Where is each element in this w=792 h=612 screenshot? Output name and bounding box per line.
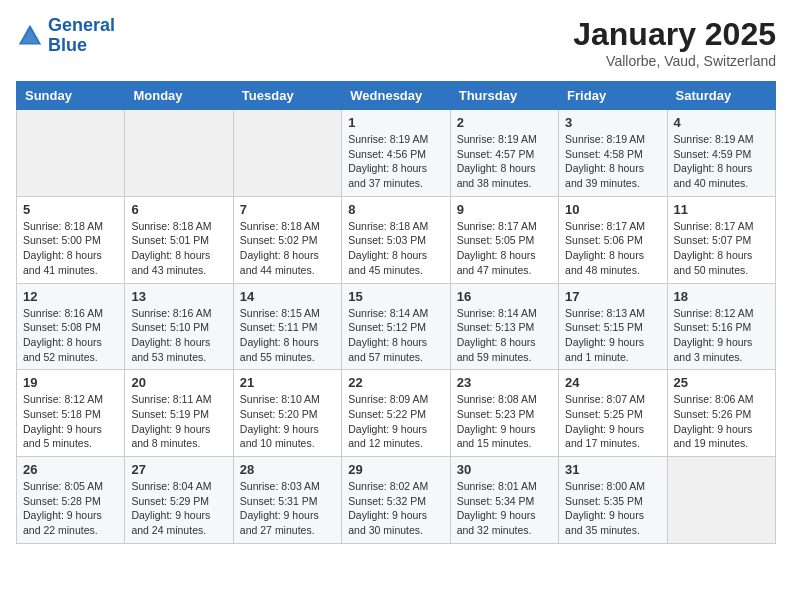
logo: General Blue [16,16,115,56]
day-info-line: Sunrise: 8:08 AM [457,392,552,407]
day-info-line: Sunset: 5:01 PM [131,233,226,248]
calendar-week-row: 1Sunrise: 8:19 AMSunset: 4:56 PMDaylight… [17,110,776,197]
logo-text: General Blue [48,16,115,56]
calendar-day-16: 16Sunrise: 8:14 AMSunset: 5:13 PMDayligh… [450,283,558,370]
day-info-line: Daylight: 8 hours and 41 minutes. [23,248,118,277]
calendar-day-21: 21Sunrise: 8:10 AMSunset: 5:20 PMDayligh… [233,370,341,457]
day-info-line: Sunset: 5:34 PM [457,494,552,509]
calendar-day-3: 3Sunrise: 8:19 AMSunset: 4:58 PMDaylight… [559,110,667,197]
day-number: 7 [240,202,335,217]
day-info-line: Sunset: 5:18 PM [23,407,118,422]
day-info-line: Daylight: 9 hours and 12 minutes. [348,422,443,451]
day-info-line: Sunset: 5:26 PM [674,407,769,422]
day-number: 31 [565,462,660,477]
day-info-line: Sunset: 5:02 PM [240,233,335,248]
calendar-day-10: 10Sunrise: 8:17 AMSunset: 5:06 PMDayligh… [559,196,667,283]
day-info-line: Sunset: 5:25 PM [565,407,660,422]
day-info-line: Sunset: 5:28 PM [23,494,118,509]
calendar-day-20: 20Sunrise: 8:11 AMSunset: 5:19 PMDayligh… [125,370,233,457]
calendar-day-25: 25Sunrise: 8:06 AMSunset: 5:26 PMDayligh… [667,370,775,457]
day-info-line: Sunset: 5:03 PM [348,233,443,248]
day-info-line: Daylight: 9 hours and 3 minutes. [674,335,769,364]
day-number: 21 [240,375,335,390]
day-info-line: Daylight: 9 hours and 15 minutes. [457,422,552,451]
calendar-day-14: 14Sunrise: 8:15 AMSunset: 5:11 PMDayligh… [233,283,341,370]
day-info-line: Sunset: 5:07 PM [674,233,769,248]
calendar-day-6: 6Sunrise: 8:18 AMSunset: 5:01 PMDaylight… [125,196,233,283]
day-info-line: Sunset: 5:29 PM [131,494,226,509]
day-info-line: Sunrise: 8:10 AM [240,392,335,407]
day-number: 20 [131,375,226,390]
day-info-line: Sunrise: 8:18 AM [23,219,118,234]
day-info-line: Daylight: 8 hours and 53 minutes. [131,335,226,364]
day-number: 19 [23,375,118,390]
day-info-line: Sunrise: 8:07 AM [565,392,660,407]
day-number: 18 [674,289,769,304]
calendar-day-31: 31Sunrise: 8:00 AMSunset: 5:35 PMDayligh… [559,457,667,544]
day-info-line: Daylight: 9 hours and 32 minutes. [457,508,552,537]
calendar-day-24: 24Sunrise: 8:07 AMSunset: 5:25 PMDayligh… [559,370,667,457]
day-number: 26 [23,462,118,477]
day-number: 12 [23,289,118,304]
day-info-line: Sunrise: 8:17 AM [674,219,769,234]
day-info-line: Sunrise: 8:18 AM [348,219,443,234]
day-info-line: Sunset: 5:05 PM [457,233,552,248]
calendar-day-15: 15Sunrise: 8:14 AMSunset: 5:12 PMDayligh… [342,283,450,370]
calendar-day-2: 2Sunrise: 8:19 AMSunset: 4:57 PMDaylight… [450,110,558,197]
calendar-day-8: 8Sunrise: 8:18 AMSunset: 5:03 PMDaylight… [342,196,450,283]
day-info-line: Daylight: 9 hours and 22 minutes. [23,508,118,537]
day-info-line: Sunset: 4:56 PM [348,147,443,162]
calendar-day-29: 29Sunrise: 8:02 AMSunset: 5:32 PMDayligh… [342,457,450,544]
day-info-line: Sunset: 5:11 PM [240,320,335,335]
day-info-line: Sunset: 5:35 PM [565,494,660,509]
day-info-line: Sunrise: 8:19 AM [565,132,660,147]
calendar-day-28: 28Sunrise: 8:03 AMSunset: 5:31 PMDayligh… [233,457,341,544]
weekday-header-saturday: Saturday [667,82,775,110]
weekday-header-thursday: Thursday [450,82,558,110]
day-info-line: Sunset: 5:16 PM [674,320,769,335]
calendar-day-4: 4Sunrise: 8:19 AMSunset: 4:59 PMDaylight… [667,110,775,197]
day-info-line: Sunset: 5:08 PM [23,320,118,335]
day-number: 30 [457,462,552,477]
day-info-line: Daylight: 8 hours and 57 minutes. [348,335,443,364]
day-info-line: Daylight: 9 hours and 8 minutes. [131,422,226,451]
day-info-line: Daylight: 8 hours and 39 minutes. [565,161,660,190]
day-info-line: Sunrise: 8:09 AM [348,392,443,407]
calendar-day-22: 22Sunrise: 8:09 AMSunset: 5:22 PMDayligh… [342,370,450,457]
day-info-line: Sunset: 5:19 PM [131,407,226,422]
day-info-line: Sunrise: 8:17 AM [565,219,660,234]
calendar-week-row: 5Sunrise: 8:18 AMSunset: 5:00 PMDaylight… [17,196,776,283]
day-info-line: Sunset: 4:58 PM [565,147,660,162]
day-info-line: Sunset: 5:23 PM [457,407,552,422]
day-number: 29 [348,462,443,477]
day-info-line: Sunrise: 8:04 AM [131,479,226,494]
location: Vallorbe, Vaud, Switzerland [573,53,776,69]
day-number: 10 [565,202,660,217]
empty-day [17,110,125,197]
day-info-line: Daylight: 8 hours and 38 minutes. [457,161,552,190]
day-number: 4 [674,115,769,130]
day-info-line: Sunrise: 8:12 AM [23,392,118,407]
day-info-line: Sunrise: 8:14 AM [457,306,552,321]
day-number: 23 [457,375,552,390]
day-info-line: Daylight: 9 hours and 24 minutes. [131,508,226,537]
day-info-line: Sunrise: 8:12 AM [674,306,769,321]
day-info-line: Daylight: 8 hours and 37 minutes. [348,161,443,190]
day-info-line: Sunrise: 8:02 AM [348,479,443,494]
day-info-line: Daylight: 8 hours and 47 minutes. [457,248,552,277]
calendar-day-23: 23Sunrise: 8:08 AMSunset: 5:23 PMDayligh… [450,370,558,457]
calendar-week-row: 12Sunrise: 8:16 AMSunset: 5:08 PMDayligh… [17,283,776,370]
day-info-line: Daylight: 8 hours and 48 minutes. [565,248,660,277]
day-info-line: Daylight: 9 hours and 27 minutes. [240,508,335,537]
day-number: 6 [131,202,226,217]
day-info-line: Sunrise: 8:19 AM [674,132,769,147]
day-info-line: Daylight: 9 hours and 1 minute. [565,335,660,364]
day-info-line: Sunrise: 8:00 AM [565,479,660,494]
day-number: 25 [674,375,769,390]
weekday-header-row: SundayMondayTuesdayWednesdayThursdayFrid… [17,82,776,110]
day-info-line: Sunset: 4:57 PM [457,147,552,162]
day-info-line: Daylight: 8 hours and 43 minutes. [131,248,226,277]
calendar-day-11: 11Sunrise: 8:17 AMSunset: 5:07 PMDayligh… [667,196,775,283]
day-info-line: Daylight: 9 hours and 10 minutes. [240,422,335,451]
day-info-line: Sunset: 4:59 PM [674,147,769,162]
